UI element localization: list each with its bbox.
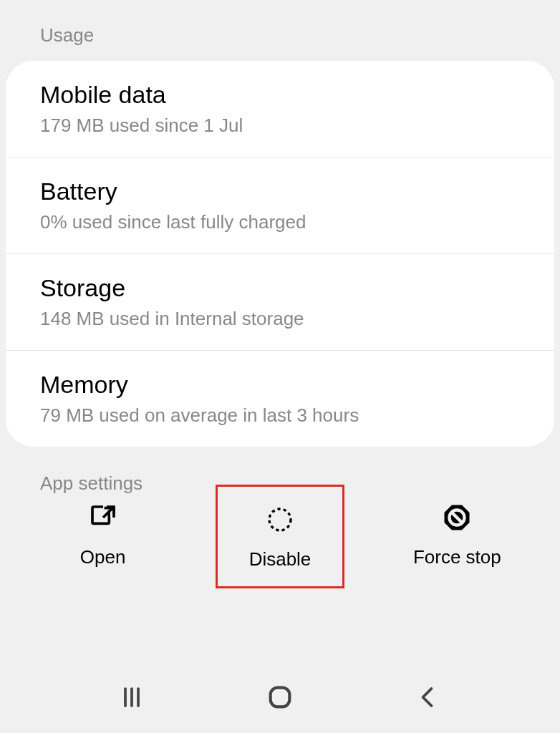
svg-rect-10 (271, 688, 290, 707)
disable-button[interactable]: Disable (216, 485, 344, 588)
mobile-data-title: Mobile data (40, 81, 520, 109)
home-button[interactable] (259, 679, 301, 715)
back-button[interactable] (407, 679, 450, 715)
battery-item[interactable]: Battery 0% used since last fully charged (6, 157, 554, 254)
disable-label: Disable (249, 548, 312, 571)
storage-item[interactable]: Storage 148 MB used in Internal storage (6, 254, 554, 351)
recents-icon (119, 684, 145, 710)
open-label: Open (80, 546, 126, 568)
mobile-data-subtitle: 179 MB used since 1 Jul (40, 115, 520, 137)
disable-icon (264, 504, 296, 535)
navigation-bar (0, 676, 560, 719)
force-stop-button[interactable]: Force stop (392, 487, 521, 581)
battery-title: Battery (40, 178, 520, 205)
usage-section-header: Usage (0, 0, 560, 61)
home-icon (266, 683, 294, 712)
storage-subtitle: 148 MB used in Internal storage (40, 308, 520, 330)
open-icon (87, 502, 119, 533)
memory-item[interactable]: Memory 79 MB used on average in last 3 h… (6, 351, 554, 447)
usage-card: Mobile data 179 MB used since 1 Jul Batt… (6, 61, 554, 447)
battery-subtitle: 0% used since last fully charged (40, 211, 520, 233)
recents-button[interactable] (110, 679, 153, 715)
storage-title: Storage (40, 274, 520, 302)
force-stop-label: Force stop (413, 546, 501, 568)
force-stop-icon (441, 502, 473, 533)
back-icon (415, 684, 441, 710)
memory-subtitle: 79 MB used on average in last 3 hours (40, 404, 520, 427)
open-button[interactable]: Open (39, 487, 168, 581)
memory-title: Memory (40, 371, 520, 399)
svg-point-3 (269, 509, 291, 530)
mobile-data-item[interactable]: Mobile data 179 MB used since 1 Jul (6, 61, 554, 157)
action-bar: Open Disable Force stop (0, 487, 560, 588)
